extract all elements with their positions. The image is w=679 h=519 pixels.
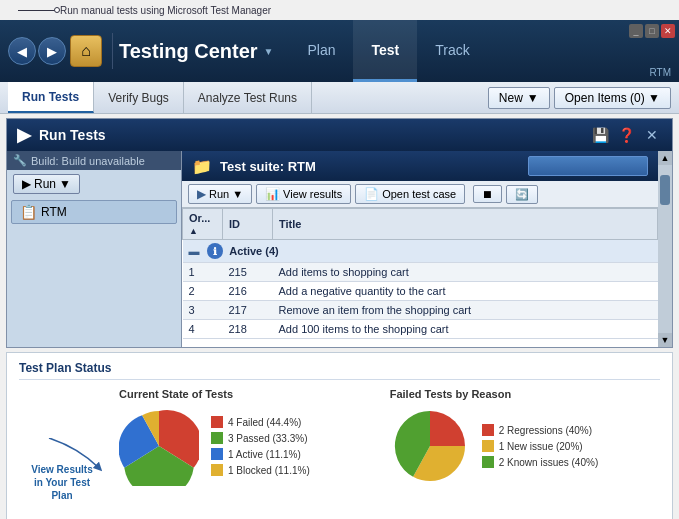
tab-verify-bugs[interactable]: Verify Bugs: [94, 82, 184, 113]
status-title: Test Plan Status: [19, 361, 660, 380]
run-icon: ▶: [197, 187, 206, 201]
panel-body: 🔧 Build: Build unavailable ▶ Run ▼ 📋 RTM: [7, 151, 672, 347]
legend-color-blocked: [211, 464, 223, 476]
home-button[interactable]: ⌂: [70, 35, 102, 67]
current-state-pie: [119, 406, 199, 486]
scroll-down[interactable]: ▼: [658, 333, 672, 347]
tree-item-icon: 📋: [20, 204, 37, 220]
scroll-up[interactable]: ▲: [658, 151, 672, 165]
panel-save-button[interactable]: 💾: [590, 125, 610, 145]
run-dropdown-arrow[interactable]: ▼: [59, 177, 71, 191]
tab-analyze-test-runs[interactable]: Analyze Test Runs: [184, 82, 312, 113]
open-items-dropdown-arrow[interactable]: ▼: [648, 91, 660, 105]
panel-main: 📁 Test suite: RTM ▶ Run ▼ 📊 View results: [182, 151, 658, 347]
rtm-label: RTM: [650, 67, 671, 78]
refresh-button[interactable]: 🔄: [506, 185, 538, 204]
toolbar2: Run Tests Verify Bugs Analyze Test Runs …: [0, 82, 679, 114]
new-button[interactable]: New ▼: [488, 87, 550, 109]
col-id[interactable]: ID: [223, 209, 273, 240]
view-results-button[interactable]: 📊 View results: [256, 184, 351, 204]
title-dropdown[interactable]: ▼: [264, 46, 274, 57]
panel-header: ▶ Run Tests 💾 ❓ ✕: [7, 119, 672, 151]
stop-button[interactable]: ⏹: [473, 185, 502, 203]
app-title: Testing Center: [119, 40, 258, 63]
legend-color-failed: [211, 416, 223, 428]
open-test-case-icon: 📄: [364, 187, 379, 201]
forward-button[interactable]: ▶: [38, 37, 66, 65]
scroll-track[interactable]: [659, 165, 671, 333]
top-bar: ◀ ▶ ⌂ Testing Center ▼ Plan Test Track _…: [0, 20, 679, 82]
panel-title: ▶ Run Tests: [17, 124, 106, 146]
panel-sidebar: 🔧 Build: Build unavailable ▶ Run ▼ 📋 RTM: [7, 151, 182, 347]
col-title[interactable]: Title: [273, 209, 658, 240]
suite-search-bar: [528, 156, 648, 176]
legend-item-new-issue: 1 New issue (20%): [482, 440, 599, 452]
run-toolbar-left: ▶ Run ▼: [7, 170, 181, 198]
main-content: ▶ Run Tests 💾 ❓ ✕ 🔧 Build: Build unavail…: [0, 114, 679, 519]
legend-color-known-issues: [482, 456, 494, 468]
annotation-text: Run manual tests using Microsoft Test Ma…: [60, 5, 271, 16]
legend-item-blocked: 1 Blocked (11.1%): [211, 464, 310, 476]
collapse-icon[interactable]: ▬: [189, 245, 200, 257]
failed-by-reason-pie: [390, 406, 470, 486]
top-nav-tabs: Plan Test Track: [289, 20, 487, 82]
callout-arrow-svg: [39, 438, 119, 478]
maximize-button[interactable]: □: [645, 24, 659, 38]
current-state-title: Current State of Tests: [119, 388, 233, 400]
panel-help-button[interactable]: ❓: [616, 125, 636, 145]
col-order[interactable]: Or...: [183, 209, 223, 240]
run-dropdown-button[interactable]: ▶ Run ▼: [13, 174, 80, 194]
build-label: 🔧 Build: Build unavailable: [7, 151, 181, 170]
test-table: Or... ID Title ▬ ℹ Active (4): [182, 208, 658, 339]
current-state-legend: 4 Failed (44.4%) 3 Passed (33.3%) 1 Acti…: [211, 416, 310, 476]
window-controls: _ □ ✕: [629, 24, 675, 38]
open-items-button[interactable]: Open Items (0) ▼: [554, 87, 671, 109]
legend-color-new-issue: [482, 440, 494, 452]
table-row[interactable]: 1 215 Add items to shopping cart: [183, 263, 658, 282]
back-button[interactable]: ◀: [8, 37, 36, 65]
run-btn-arrow[interactable]: ▼: [232, 188, 243, 200]
status-panel: Test Plan Status View Results in Your Te…: [6, 352, 673, 519]
failed-by-reason-legend: 2 Regressions (40%) 1 New issue (20%) 2 …: [482, 424, 599, 468]
status-body: View Results in Your Test Plan Current S…: [19, 388, 660, 486]
table-row[interactable]: 4 218 Add 100 items to the shopping cart: [183, 320, 658, 339]
failed-by-reason-row: 2 Regressions (40%) 1 New issue (20%) 2 …: [390, 406, 599, 486]
toolbar2-right: New ▼ Open Items (0) ▼: [488, 87, 671, 109]
tab-track[interactable]: Track: [417, 20, 487, 82]
scroll-thumb[interactable]: [660, 175, 670, 205]
panel-close-button[interactable]: ✕: [642, 125, 662, 145]
legend-color-passed: [211, 432, 223, 444]
suite-label: Test suite: RTM: [220, 159, 316, 174]
failed-by-reason-title: Failed Tests by Reason: [390, 388, 511, 400]
new-dropdown-arrow[interactable]: ▼: [527, 91, 539, 105]
minimize-button[interactable]: _: [629, 24, 643, 38]
top-annotation: Run manual tests using Microsoft Test Ma…: [0, 0, 679, 20]
tab-run-tests[interactable]: Run Tests: [8, 82, 94, 113]
close-button[interactable]: ✕: [661, 24, 675, 38]
legend-color-regressions: [482, 424, 494, 436]
run-button[interactable]: ▶ Run ▼: [188, 184, 252, 204]
refresh-icon: 🔄: [515, 188, 529, 201]
stop-icon: ⏹: [482, 188, 493, 200]
suite-header: 📁 Test suite: RTM: [182, 151, 658, 181]
nav-buttons: ◀ ▶: [8, 37, 66, 65]
tree-item-rtm[interactable]: 📋 RTM: [11, 200, 177, 224]
tab-plan[interactable]: Plan: [289, 20, 353, 82]
legend-item-passed: 3 Passed (33.3%): [211, 432, 310, 444]
view-results-icon: 📊: [265, 187, 280, 201]
active-group-row: ▬ ℹ Active (4): [183, 240, 658, 263]
open-test-case-button[interactable]: 📄 Open test case: [355, 184, 465, 204]
tab-test[interactable]: Test: [353, 20, 417, 82]
run-tests-panel: ▶ Run Tests 💾 ❓ ✕ 🔧 Build: Build unavail…: [6, 118, 673, 348]
panel-scrollbar[interactable]: ▲ ▼: [658, 151, 672, 347]
test-table-container[interactable]: Or... ID Title ▬ ℹ Active (4): [182, 208, 658, 347]
table-row[interactable]: 2 216 Add a negative quantity to the car…: [183, 282, 658, 301]
legend-item-regressions: 2 Regressions (40%): [482, 424, 599, 436]
divider: [112, 33, 113, 69]
active-indicator: ℹ: [207, 243, 223, 259]
spacer: [330, 388, 370, 486]
current-state-row: 4 Failed (44.4%) 3 Passed (33.3%) 1 Acti…: [119, 406, 310, 486]
panel-icon: ▶: [17, 124, 31, 146]
suite-icon: 📁: [192, 157, 212, 176]
table-row[interactable]: 3 217 Remove an item from the shopping c…: [183, 301, 658, 320]
